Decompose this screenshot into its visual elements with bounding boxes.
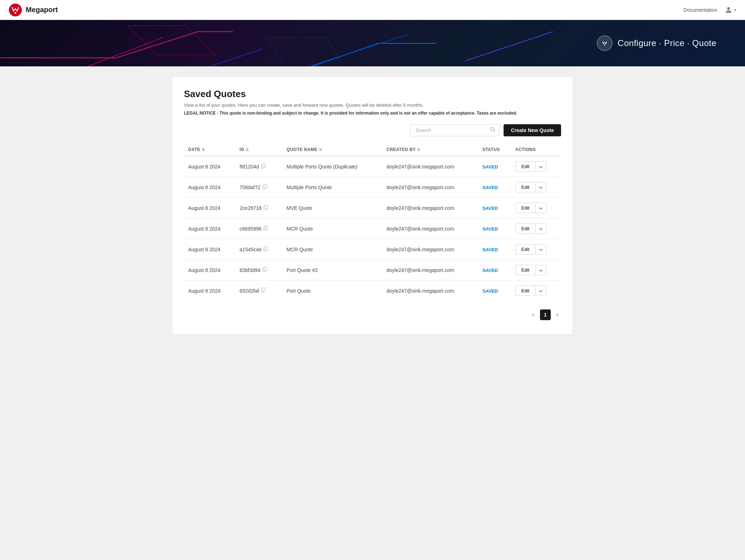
legal-notice: LEGAL NOTICE - This quote is non-binding… — [184, 111, 561, 116]
page-title: Saved Quotes — [184, 89, 561, 100]
cell-quote-name: Multiple Ports Quote — [282, 177, 382, 198]
page-card: Saved Quotes View a list of your quotes.… — [172, 77, 572, 334]
copy-id-icon[interactable] — [264, 246, 268, 252]
edit-button[interactable]: Edit — [515, 286, 535, 296]
sort-icon-quote-name: ⇅ — [319, 148, 322, 152]
hero-content: Configure · Price · Quote — [597, 35, 716, 51]
table-row: August 8 2024 756daf72 Multiple Ports Qu… — [184, 177, 561, 198]
action-group: Edit — [515, 203, 557, 213]
quotes-table: DATE ⇅ ID ⇅ QUOTE NAME ⇅ — [184, 143, 561, 301]
user-menu[interactable]: ▾ — [724, 6, 736, 14]
search-input[interactable] — [410, 124, 499, 136]
cell-status: SAVED — [478, 281, 511, 301]
copy-id-icon[interactable] — [264, 205, 268, 211]
sort-icon-date: ⇅ — [202, 148, 205, 152]
action-dropdown-button[interactable] — [535, 161, 546, 172]
action-dropdown-button[interactable] — [535, 286, 546, 296]
cell-quote-name: MCR Quote — [282, 239, 382, 260]
pagination-prev-button[interactable]: ‹ — [529, 310, 537, 319]
table-row: August 8 2024 83bf3d94 Port Quote #2 doy… — [184, 260, 561, 281]
col-quote-name: QUOTE NAME ⇅ — [282, 143, 382, 156]
cell-date: August 8 2024 — [184, 239, 235, 260]
svg-rect-28 — [264, 267, 267, 271]
copy-id-icon[interactable] — [262, 267, 267, 273]
cell-created-by: doyle247@sink.megaport.com — [382, 218, 478, 239]
cell-id: a1545c4e — [235, 239, 282, 260]
cell-actions: Edit — [511, 260, 561, 281]
logo-link[interactable]: Megaport — [9, 3, 58, 17]
action-group: Edit — [515, 244, 557, 254]
svg-marker-12 — [128, 26, 215, 55]
action-dropdown-button[interactable] — [535, 182, 546, 192]
col-actions: ACTIONS — [511, 143, 561, 156]
cell-created-by: doyle247@sink.megaport.com — [382, 260, 478, 281]
table-row: August 8 2024 692d2faf Port Quote doyle2… — [184, 281, 561, 301]
col-date: DATE ⇅ — [184, 143, 235, 156]
sort-icon-created-by: ⇅ — [417, 148, 420, 152]
status-badge: SAVED — [482, 268, 498, 273]
sort-id[interactable]: ID ⇅ — [240, 147, 249, 152]
cell-actions: Edit — [511, 156, 561, 177]
hero-logo-circle — [597, 35, 612, 51]
pagination-current-page: 1 — [540, 309, 551, 320]
page-subtitle: View a list of your quotes. Here you can… — [184, 102, 561, 108]
hero-title: Configure · Price · Quote — [618, 38, 716, 48]
navbar: Megaport Documentation ▾ — [0, 0, 745, 20]
edit-button[interactable]: Edit — [515, 244, 535, 254]
action-group: Edit — [515, 182, 557, 192]
cell-status: SAVED — [478, 218, 511, 239]
cell-actions: Edit — [511, 177, 561, 198]
status-badge: SAVED — [482, 185, 498, 190]
action-group: Edit — [515, 161, 557, 172]
cell-status: SAVED — [478, 177, 511, 198]
action-group: Edit — [515, 265, 557, 275]
edit-button[interactable]: Edit — [515, 223, 535, 234]
cell-created-by: doyle247@sink.megaport.com — [382, 239, 478, 260]
cell-date: August 8 2024 — [184, 177, 235, 198]
cell-id: 83bf3d94 — [235, 260, 282, 281]
edit-button[interactable]: Edit — [515, 203, 535, 213]
svg-line-10 — [466, 32, 553, 61]
edit-button[interactable]: Edit — [515, 161, 535, 172]
status-badge: SAVED — [482, 247, 498, 252]
cell-status: SAVED — [478, 198, 511, 218]
sort-date[interactable]: DATE ⇅ — [188, 147, 205, 152]
cell-status: SAVED — [478, 239, 511, 260]
cell-id: 692d2faf — [235, 281, 282, 301]
main-content: Saved Quotes View a list of your quotes.… — [158, 66, 587, 349]
sort-created-by[interactable]: CREATED BY ⇅ — [386, 147, 420, 152]
svg-marker-13 — [268, 37, 344, 66]
sort-icon-id: ⇅ — [246, 148, 249, 152]
cell-actions: Edit — [511, 281, 561, 301]
cell-quote-name: Port Quote — [282, 281, 382, 301]
status-badge: SAVED — [482, 288, 498, 294]
col-id: ID ⇅ — [235, 143, 282, 156]
svg-rect-30 — [262, 288, 265, 292]
cell-date: August 8 2024 — [184, 281, 235, 301]
create-new-quote-button[interactable]: Create New Quote — [504, 124, 561, 136]
action-dropdown-button[interactable] — [535, 203, 546, 213]
action-dropdown-button[interactable] — [535, 244, 546, 254]
documentation-link[interactable]: Documentation — [684, 7, 717, 13]
svg-rect-24 — [265, 226, 268, 229]
action-dropdown-button[interactable] — [535, 223, 546, 234]
svg-line-16 — [494, 131, 495, 132]
cell-created-by: doyle247@sink.megaport.com — [382, 177, 478, 198]
action-dropdown-button[interactable] — [535, 265, 546, 275]
copy-id-icon[interactable] — [261, 163, 266, 170]
sort-quote-name[interactable]: QUOTE NAME ⇅ — [286, 147, 322, 152]
copy-id-icon[interactable] — [261, 288, 266, 294]
cell-actions: Edit — [511, 218, 561, 239]
copy-id-icon[interactable] — [262, 184, 267, 190]
edit-button[interactable]: Edit — [515, 265, 535, 275]
cell-created-by: doyle247@sink.megaport.com — [382, 198, 478, 218]
edit-button[interactable]: Edit — [515, 182, 535, 192]
svg-rect-22 — [265, 205, 268, 209]
copy-id-icon[interactable] — [264, 226, 268, 232]
table-row: August 8 2024 f8f1204d Multiple Ports Qu… — [184, 156, 561, 177]
cell-quote-name: Port Quote #2 — [282, 260, 382, 281]
pagination-next-button[interactable]: › — [554, 310, 561, 319]
status-badge: SAVED — [482, 164, 498, 170]
svg-line-6 — [87, 37, 163, 66]
navbar-right: Documentation ▾ — [684, 6, 736, 14]
